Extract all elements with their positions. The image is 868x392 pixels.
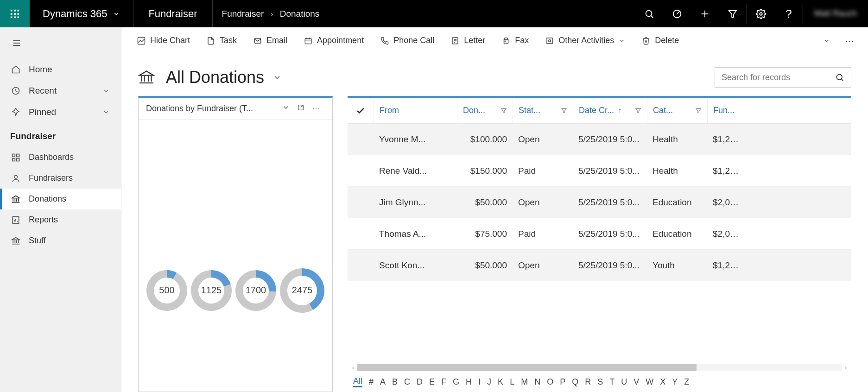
cmd-delete-split[interactable]: [819, 34, 835, 48]
chart-more-button[interactable]: ⋯: [308, 103, 325, 114]
sidebar-collapse-button[interactable]: [0, 29, 121, 59]
table-row[interactable]: Scott Kon... $50.000 Open 5/25/2019 5:0.…: [348, 250, 851, 281]
alpha-filter-l[interactable]: L: [510, 377, 514, 387]
sidebar-item-dashboards[interactable]: Dashboards: [0, 147, 121, 168]
cmd-appointment[interactable]: Appointment: [297, 32, 371, 49]
sidebar-item-donations[interactable]: Donations: [0, 189, 121, 209]
filter-button[interactable]: [719, 0, 747, 27]
cmd-other-activities[interactable]: Other Activities: [538, 32, 633, 49]
sidebar-item-label: Donations: [29, 194, 66, 204]
grid-horizontal-scrollbar[interactable]: ‹ ›: [348, 363, 851, 372]
user-menu[interactable]: Matt Rauch: [803, 0, 868, 27]
alpha-filter-x[interactable]: X: [660, 377, 665, 387]
cell-date: 5/25/2019 5:0...: [573, 260, 647, 271]
alpha-filter-r[interactable]: R: [585, 377, 591, 387]
table-row[interactable]: Jim Glynn... $50.000 Open 5/25/2019 5:0.…: [348, 187, 851, 218]
column-header-date[interactable]: Date Cr...↑: [573, 98, 647, 123]
chart-expand-button[interactable]: [293, 104, 308, 114]
alpha-filter-u[interactable]: U: [621, 377, 627, 387]
alpha-filter-d[interactable]: D: [417, 377, 423, 387]
alpha-filter-z[interactable]: Z: [684, 377, 689, 387]
cell-donation: $50.000: [457, 260, 513, 271]
chevron-down-icon: [619, 38, 625, 44]
sidebar-pinned[interactable]: Pinned: [0, 101, 121, 123]
cell-category: Health: [647, 166, 707, 176]
alpha-filter-y[interactable]: Y: [672, 377, 678, 387]
search-box[interactable]: [715, 67, 851, 88]
cell-status: Open: [513, 197, 573, 208]
sidebar-recent[interactable]: Recent: [0, 80, 121, 101]
donut-chart[interactable]: 1700: [234, 269, 277, 312]
svg-point-56: [549, 39, 551, 42]
alpha-filter-f[interactable]: F: [441, 377, 446, 387]
app-launcher-button[interactable]: [0, 0, 30, 27]
sidebar-item-fundraisers[interactable]: Fundraisers: [0, 168, 121, 189]
alpha-filter-#[interactable]: #: [369, 377, 374, 387]
search-input[interactable]: [722, 73, 835, 82]
table-row[interactable]: Thomas A... $75.000 Paid 5/25/2019 5:0..…: [348, 218, 851, 250]
alpha-filter-g[interactable]: G: [453, 377, 459, 387]
alpha-filter-all[interactable]: All: [353, 376, 362, 387]
table-row[interactable]: Rene Vald... $150.000 Paid 5/25/2019 5:0…: [348, 155, 851, 187]
alpha-filter-b[interactable]: B: [392, 377, 398, 387]
new-button[interactable]: [691, 0, 719, 27]
svg-line-12: [677, 11, 680, 13]
alpha-filter-h[interactable]: H: [466, 377, 472, 387]
cell-donation: $100.000: [457, 134, 513, 145]
alpha-filter-c[interactable]: C: [404, 377, 410, 387]
sidebar-item-reports[interactable]: Reports: [0, 209, 121, 230]
donut-chart[interactable]: 1125: [190, 269, 233, 312]
select-all-checkbox[interactable]: [348, 98, 374, 123]
donut-chart[interactable]: 500: [146, 269, 188, 312]
donut-chart[interactable]: 2475: [279, 267, 325, 314]
column-header-donation[interactable]: Don...: [457, 98, 513, 123]
scroll-thumb[interactable]: [357, 364, 697, 371]
funnel-icon: [728, 9, 738, 19]
alpha-filter-p[interactable]: P: [560, 377, 565, 387]
task-flow-button[interactable]: [663, 0, 691, 27]
settings-button[interactable]: [747, 0, 775, 27]
cmd-task[interactable]: Task: [199, 32, 244, 49]
cmd-overflow[interactable]: ⋯: [840, 32, 860, 50]
cmd-hide-chart[interactable]: Hide Chart: [130, 32, 197, 49]
alpha-filter-w[interactable]: W: [646, 377, 653, 387]
view-selector[interactable]: All Donations: [166, 68, 282, 87]
alpha-filter-k[interactable]: K: [498, 377, 503, 387]
alpha-filter-q[interactable]: Q: [572, 377, 578, 387]
alpha-filter-m[interactable]: M: [521, 377, 528, 387]
alpha-filter-s[interactable]: S: [597, 377, 603, 387]
brand-dropdown[interactable]: Dynamics 365: [30, 0, 133, 27]
alpha-filter-a[interactable]: A: [380, 377, 386, 387]
chevron-down-icon: [102, 87, 110, 95]
alpha-filter-n[interactable]: N: [534, 377, 540, 387]
scroll-track[interactable]: [357, 364, 842, 371]
cmd-delete[interactable]: Delete: [634, 32, 686, 49]
table-row[interactable]: Yvonne M... $100.000 Open 5/25/2019 5:0.…: [348, 124, 851, 155]
scroll-right-icon: ›: [842, 364, 849, 371]
help-button[interactable]: ?: [775, 0, 803, 27]
sidebar-home[interactable]: Home: [0, 59, 121, 80]
alpha-filter-i[interactable]: I: [478, 377, 481, 387]
cmd-fax[interactable]: Fax: [494, 32, 536, 49]
alpha-filter-e[interactable]: E: [429, 377, 435, 387]
cmd-email[interactable]: Email: [246, 32, 295, 49]
cell-fundraiser: $1,200: [707, 166, 744, 176]
cmd-phone-call[interactable]: Phone Call: [373, 32, 442, 49]
svg-marker-57: [139, 71, 153, 76]
alpha-filter-o[interactable]: O: [547, 377, 553, 387]
cmd-letter[interactable]: Letter: [444, 32, 493, 49]
breadcrumb-root[interactable]: Fundraiser: [222, 9, 264, 19]
column-header-status[interactable]: Stat...: [513, 98, 573, 123]
alpha-filter-v[interactable]: V: [634, 377, 639, 387]
column-header-category[interactable]: Cat...: [647, 98, 707, 123]
column-header-from[interactable]: From: [374, 98, 457, 123]
cell-date: 5/25/2019 5:0...: [573, 166, 647, 176]
cell-donation: $150.000: [457, 166, 513, 176]
sidebar-item-stuff[interactable]: Stuff: [0, 230, 121, 251]
search-button[interactable]: [635, 0, 663, 27]
alpha-filter-t[interactable]: T: [609, 377, 615, 387]
chart-selector[interactable]: [279, 104, 293, 114]
expand-icon: [297, 104, 304, 111]
alpha-filter-j[interactable]: J: [487, 377, 491, 387]
column-header-fundraiser[interactable]: Fun...: [707, 98, 744, 123]
